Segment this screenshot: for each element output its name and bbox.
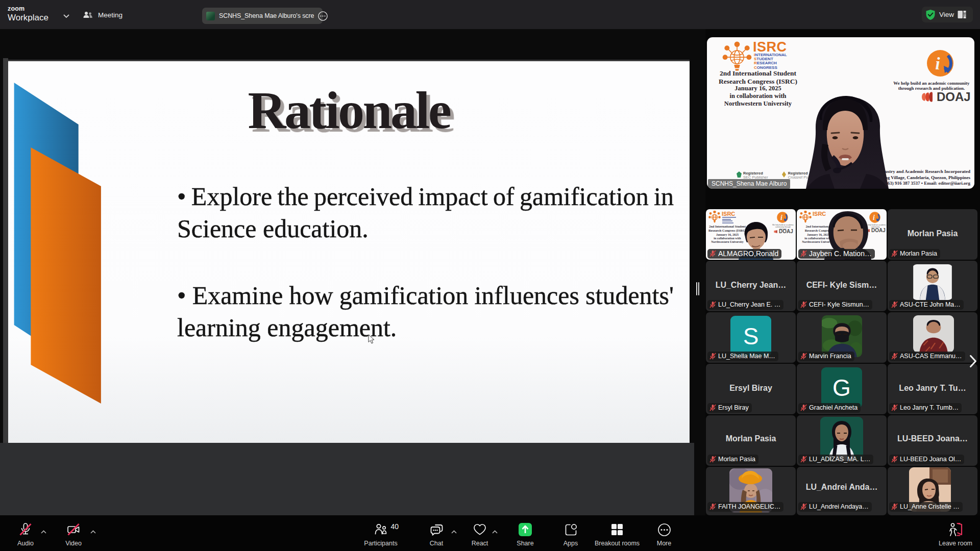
- svg-text:i: i: [935, 54, 940, 73]
